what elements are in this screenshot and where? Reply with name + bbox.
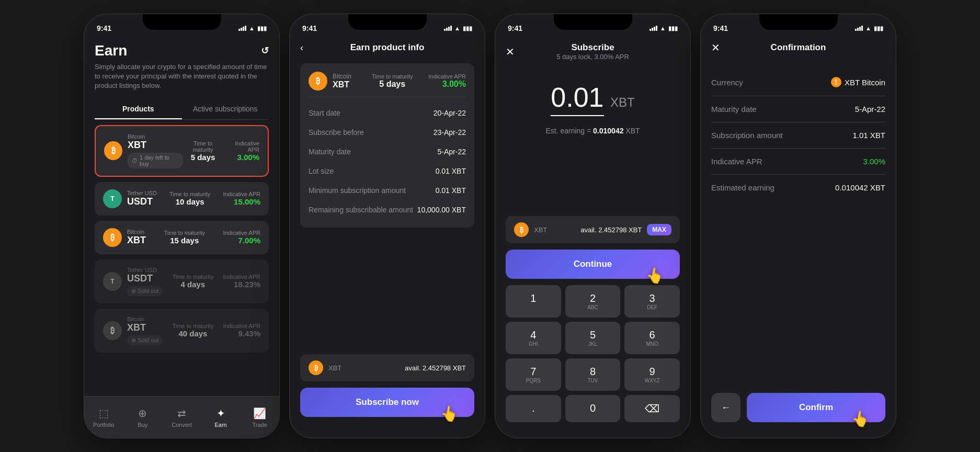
continue-label: Continue [574,259,612,269]
confirm-button[interactable]: Confirm 👆 [747,393,885,422]
apr-label: Indicative APR [223,140,259,153]
numpad-key-9[interactable]: 9WXYZ [624,358,680,391]
apr-value-2: 15.00% [223,197,260,206]
product-badge-1day: ⏱ 1 day left to buy [128,153,183,168]
est-earning-label: Est. earning = [545,127,593,135]
product-apr-2: Indicative APR 15.00% [223,191,260,206]
earn-tabs: Products Active subscriptions [95,99,269,120]
conf-row-maturity: Maturity date 5-Apr-22 [711,96,885,122]
notch [143,14,221,30]
numpad-key-5[interactable]: 5JKL [565,322,621,354]
maturity-value-3: 15 days [164,236,205,245]
coin-symbol-2: USDT [127,196,157,207]
conf-est-earning-value: 0.010042 XBT [835,183,885,192]
subscribe-now-button[interactable]: Subscribe now 👆 [300,388,474,417]
coin-symbol-3: XBT [127,235,146,246]
maturity-label-4: Time to maturity [173,274,213,280]
start-date-value: 20-Apr-22 [434,109,466,117]
coin-label-2: Tether USD [127,190,157,196]
conf-currency-label: Currency [711,78,743,87]
nav-convert[interactable]: ⇄ Convert [162,397,201,438]
back-button[interactable]: ‹ [300,42,303,53]
product-item-usdt-4d[interactable]: T Tether USD USDT ⊗ Sold out Time to mat… [95,259,269,303]
product-item-xbt-40d[interactable]: ₿ Bitcoin XBT ⊗ Sold out Time to maturit… [95,309,269,353]
time-4: 9:41 [713,24,728,32]
subscribe-close-button[interactable]: ✕ [506,46,515,58]
numpad-grid: 1 2ABC 3DEF 4GHI 5JKL 6MNO 7PQRS 8TUV 9W… [500,285,685,422]
subscribe-now-label: Subscribe now [356,397,419,407]
product-maturity: Time to maturity 5 days [183,140,223,162]
avail-coin-icon-2: ₿ [309,360,323,375]
numpad-key-dot[interactable]: . [506,395,561,422]
nav-portfolio-label: Portfolio [93,422,114,428]
apr-label-3: Indicative APR [223,230,260,236]
apr-info-value: 3.00% [428,80,466,89]
tab-products[interactable]: Products [95,99,182,119]
product-name-area-2: Tether USD USDT [127,190,157,207]
product-name-area: Bitcoin XBT ⏱ 1 day left to buy [128,133,183,168]
status-icons-4: ▲ ▮▮▮ [855,25,883,32]
numpad-key-1[interactable]: 1 [506,285,561,318]
product-left-2: T Tether USD USDT [103,189,157,208]
numpad-key-3[interactable]: 3DEF [624,285,680,318]
product-name-area-5: Bitcoin XBT ⊗ Sold out [127,316,163,345]
nav-buy[interactable]: ⊕ Buy [123,397,163,438]
cursor-hand-4: 👆 [850,409,871,429]
apr-label-5: Indicative APR [223,323,260,329]
history-icon[interactable]: ↺ [261,45,269,56]
numpad-key-6[interactable]: 6MNO [624,322,680,354]
confirmation-header: ✕ Confirmation [701,37,896,58]
status-icons-3: ▲ ▮▮▮ [649,25,678,32]
conf-maturity-value: 5-Apr-22 [855,105,885,114]
product-item-xbt-5d[interactable]: ₿ Bitcoin XBT ⏱ 1 day left to buy Time t… [95,125,269,177]
continue-button[interactable]: Continue 👆 [506,250,680,279]
maturity-label-3: Time to maturity [164,230,205,236]
nav-portfolio[interactable]: ⬚ Portfolio [84,397,123,438]
conf-apr-value: 3.00% [863,157,885,166]
earn-header: Earn ↺ Simply allocate your crypto for a… [84,37,279,91]
amount-currency: XBT [610,95,635,109]
lot-size-value: 0.01 XBT [436,167,466,175]
tab-active-subscriptions[interactable]: Active subscriptions [182,99,269,119]
product-maturity-5: Time to maturity 40 days [173,323,213,338]
amount-display: 0.01 XBT [495,66,690,121]
product-info-card: ₿ Bitcoin XBT Time to maturity 5 days In… [300,63,474,228]
trade-icon: 📈 [253,407,266,420]
max-button[interactable]: MAX [647,224,671,235]
numpad-key-8[interactable]: 8TUV [565,358,621,391]
coin-icon-btc-2: ₿ [103,228,122,247]
back-circle-button[interactable]: ← [711,393,740,422]
notch-2 [348,14,427,30]
lot-size-label: Lot size [309,167,334,175]
numpad-key-backspace[interactable]: ⌫ [624,395,680,422]
notch-4 [759,14,838,30]
coin-icon-info: ₿ [309,72,327,91]
product-item-xbt-15d[interactable]: ₿ Bitcoin XBT Time to maturity 15 days I… [95,221,269,254]
numpad-key-7[interactable]: 7PQRS [506,358,561,391]
est-earning: Est. earning = 0.010042 XBT [495,127,690,135]
coin-symbol-4: USDT [127,273,163,284]
info-row-maturity-date: Maturity date 5-Apr-22 [309,142,466,162]
nav-earn[interactable]: ✦ Earn [201,397,241,438]
wifi-icon-2: ▲ [454,25,460,31]
subscribe-before-value: 23-Apr-22 [434,128,466,137]
product-maturity-2: Time to maturity 10 days [169,191,210,206]
conf-apr-label: Indicative APR [711,157,762,166]
nav-convert-label: Convert [172,422,192,428]
avail-coin-symbol-3: XBT [534,226,575,234]
nav-trade[interactable]: 📈 Trade [240,397,279,438]
numpad-key-2[interactable]: 2ABC [565,285,621,318]
product-maturity-3: Time to maturity 15 days [164,230,205,245]
min-sub-label: Minimum subscription amount [309,186,406,195]
avail-bar-2: ₿ XBT avail. 2.452798 XBT [300,354,474,381]
sold-out-badge-2: ⊗ Sold out [127,335,163,345]
status-icons-2: ▲ ▮▮▮ [444,25,472,32]
apr-value-3: 7.00% [223,236,260,245]
numpad-key-0[interactable]: 0 [565,395,621,422]
confirmation-close-button[interactable]: ✕ [711,41,720,54]
earn-subtitle: Simply allocate your crypto for a specif… [95,62,269,91]
product-item-usdt-10d[interactable]: T Tether USD USDT Time to maturity 10 da… [95,182,269,216]
info-row-remaining: Remaining subscribable amount 10,000.00 … [309,200,466,219]
numpad-key-4[interactable]: 4GHI [506,322,561,354]
est-earning-currency: XBT [625,127,640,135]
